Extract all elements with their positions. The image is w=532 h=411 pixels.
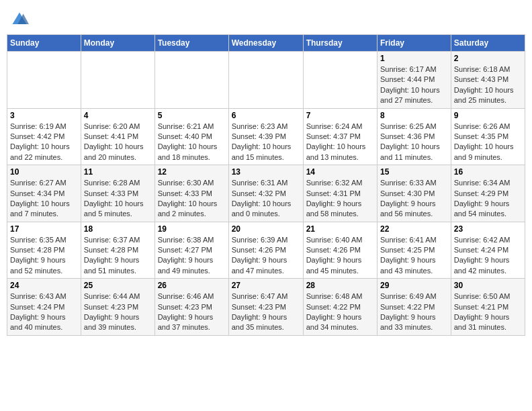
day-number: 5 [158, 111, 226, 120]
calendar-cell: 28Sunrise: 6:48 AMSunset: 4:22 PMDayligh… [303, 279, 377, 336]
day-number: 30 [454, 281, 522, 290]
calendar-cell: 17Sunrise: 6:35 AMSunset: 4:28 PMDayligh… [7, 222, 81, 279]
day-info: Sunrise: 6:23 AMSunset: 4:39 PMDaylight:… [232, 122, 300, 163]
calendar-cell: 2Sunrise: 6:18 AMSunset: 4:43 PMDaylight… [451, 52, 525, 109]
day-info: Sunrise: 6:44 AMSunset: 4:23 PMDaylight:… [84, 291, 152, 333]
calendar-cell: 15Sunrise: 6:33 AMSunset: 4:30 PMDayligh… [378, 165, 451, 222]
calendar-cell [303, 52, 377, 109]
calendar-cell: 10Sunrise: 6:27 AMSunset: 4:34 PMDayligh… [7, 165, 81, 222]
day-info: Sunrise: 6:31 AMSunset: 4:32 PMDaylight:… [232, 178, 300, 220]
day-number: 27 [232, 281, 300, 290]
day-info: Sunrise: 6:38 AMSunset: 4:27 PMDaylight:… [158, 235, 226, 277]
calendar-cell: 1Sunrise: 6:17 AMSunset: 4:44 PMDaylight… [378, 52, 451, 109]
calendar-table: SundayMondayTuesdayWednesdayThursdayFrid… [7, 34, 525, 336]
week-row-0: 1Sunrise: 6:17 AMSunset: 4:44 PMDaylight… [7, 52, 525, 109]
day-number: 10 [10, 167, 78, 177]
logo [10, 10, 30, 29]
day-info: Sunrise: 6:35 AMSunset: 4:28 PMDaylight:… [10, 235, 78, 277]
day-info: Sunrise: 6:32 AMSunset: 4:31 PMDaylight:… [306, 178, 374, 220]
header-monday: Monday [81, 35, 154, 52]
day-number: 8 [380, 111, 448, 120]
day-number: 16 [454, 167, 522, 177]
day-info: Sunrise: 6:46 AMSunset: 4:23 PMDaylight:… [158, 291, 226, 333]
header-tuesday: Tuesday [154, 35, 228, 52]
calendar-cell [228, 52, 303, 109]
day-number: 7 [306, 111, 374, 120]
day-number: 1 [380, 54, 448, 63]
day-number: 23 [454, 224, 522, 234]
calendar-cell: 20Sunrise: 6:39 AMSunset: 4:26 PMDayligh… [228, 222, 303, 279]
day-number: 14 [306, 167, 374, 177]
logo-icon [10, 10, 29, 29]
day-number: 11 [84, 167, 152, 177]
week-row-2: 10Sunrise: 6:27 AMSunset: 4:34 PMDayligh… [7, 165, 525, 222]
day-info: Sunrise: 6:48 AMSunset: 4:22 PMDaylight:… [306, 291, 374, 333]
calendar-cell: 12Sunrise: 6:30 AMSunset: 4:33 PMDayligh… [154, 165, 228, 222]
day-info: Sunrise: 6:24 AMSunset: 4:37 PMDaylight:… [306, 122, 374, 163]
day-number: 2 [454, 54, 522, 63]
day-number: 26 [158, 281, 226, 290]
day-number: 28 [306, 281, 374, 290]
calendar-cell: 9Sunrise: 6:26 AMSunset: 4:35 PMDaylight… [451, 108, 525, 165]
calendar-cell: 24Sunrise: 6:43 AMSunset: 4:24 PMDayligh… [7, 279, 81, 336]
day-number: 19 [158, 224, 226, 234]
day-number: 24 [10, 281, 78, 290]
calendar-cell: 30Sunrise: 6:50 AMSunset: 4:21 PMDayligh… [451, 279, 525, 336]
day-info: Sunrise: 6:19 AMSunset: 4:42 PMDaylight:… [10, 122, 78, 163]
header-sunday: Sunday [7, 35, 81, 52]
day-info: Sunrise: 6:33 AMSunset: 4:30 PMDaylight:… [380, 178, 448, 220]
calendar-cell: 11Sunrise: 6:28 AMSunset: 4:33 PMDayligh… [81, 165, 154, 222]
day-info: Sunrise: 6:28 AMSunset: 4:33 PMDaylight:… [84, 178, 152, 220]
day-info: Sunrise: 6:37 AMSunset: 4:28 PMDaylight:… [84, 235, 152, 277]
calendar-cell: 8Sunrise: 6:25 AMSunset: 4:36 PMDaylight… [378, 108, 451, 165]
calendar-header-row: SundayMondayTuesdayWednesdayThursdayFrid… [7, 35, 525, 52]
day-number: 12 [158, 167, 226, 177]
day-number: 29 [380, 281, 448, 290]
day-info: Sunrise: 6:50 AMSunset: 4:21 PMDaylight:… [454, 291, 522, 333]
day-info: Sunrise: 6:42 AMSunset: 4:24 PMDaylight:… [454, 235, 522, 277]
day-info: Sunrise: 6:49 AMSunset: 4:22 PMDaylight:… [380, 291, 448, 333]
calendar-cell: 7Sunrise: 6:24 AMSunset: 4:37 PMDaylight… [303, 108, 377, 165]
day-number: 9 [454, 111, 522, 120]
day-info: Sunrise: 6:26 AMSunset: 4:35 PMDaylight:… [454, 122, 522, 163]
day-number: 3 [10, 111, 78, 120]
calendar-cell: 22Sunrise: 6:41 AMSunset: 4:25 PMDayligh… [378, 222, 451, 279]
calendar-cell [81, 52, 154, 109]
day-info: Sunrise: 6:40 AMSunset: 4:26 PMDaylight:… [306, 235, 374, 277]
calendar-cell: 16Sunrise: 6:34 AMSunset: 4:29 PMDayligh… [451, 165, 525, 222]
calendar-cell [7, 52, 81, 109]
day-info: Sunrise: 6:47 AMSunset: 4:23 PMDaylight:… [232, 291, 300, 333]
week-row-3: 17Sunrise: 6:35 AMSunset: 4:28 PMDayligh… [7, 222, 525, 279]
calendar-cell: 27Sunrise: 6:47 AMSunset: 4:23 PMDayligh… [228, 279, 303, 336]
calendar-cell: 4Sunrise: 6:20 AMSunset: 4:41 PMDaylight… [81, 108, 154, 165]
page-header [7, 7, 525, 29]
header-wednesday: Wednesday [228, 35, 303, 52]
calendar-cell: 3Sunrise: 6:19 AMSunset: 4:42 PMDaylight… [7, 108, 81, 165]
day-number: 6 [232, 111, 300, 120]
day-info: Sunrise: 6:43 AMSunset: 4:24 PMDaylight:… [10, 291, 78, 333]
day-number: 21 [306, 224, 374, 234]
day-number: 22 [380, 224, 448, 234]
header-thursday: Thursday [303, 35, 377, 52]
day-number: 20 [232, 224, 300, 234]
calendar-cell: 25Sunrise: 6:44 AMSunset: 4:23 PMDayligh… [81, 279, 154, 336]
day-number: 4 [84, 111, 152, 120]
calendar-cell: 13Sunrise: 6:31 AMSunset: 4:32 PMDayligh… [228, 165, 303, 222]
day-info: Sunrise: 6:41 AMSunset: 4:25 PMDaylight:… [380, 235, 448, 277]
calendar-cell: 19Sunrise: 6:38 AMSunset: 4:27 PMDayligh… [154, 222, 228, 279]
header-friday: Friday [378, 35, 451, 52]
day-number: 17 [10, 224, 78, 234]
calendar-cell [154, 52, 228, 109]
calendar-cell: 23Sunrise: 6:42 AMSunset: 4:24 PMDayligh… [451, 222, 525, 279]
calendar-cell: 29Sunrise: 6:49 AMSunset: 4:22 PMDayligh… [378, 279, 451, 336]
week-row-4: 24Sunrise: 6:43 AMSunset: 4:24 PMDayligh… [7, 279, 525, 336]
day-number: 15 [380, 167, 448, 177]
week-row-1: 3Sunrise: 6:19 AMSunset: 4:42 PMDaylight… [7, 108, 525, 165]
calendar-cell: 14Sunrise: 6:32 AMSunset: 4:31 PMDayligh… [303, 165, 377, 222]
day-info: Sunrise: 6:27 AMSunset: 4:34 PMDaylight:… [10, 178, 78, 220]
calendar-cell: 26Sunrise: 6:46 AMSunset: 4:23 PMDayligh… [154, 279, 228, 336]
header-saturday: Saturday [451, 35, 525, 52]
day-info: Sunrise: 6:17 AMSunset: 4:44 PMDaylight:… [380, 64, 448, 106]
calendar-cell: 6Sunrise: 6:23 AMSunset: 4:39 PMDaylight… [228, 108, 303, 165]
day-info: Sunrise: 6:25 AMSunset: 4:36 PMDaylight:… [380, 122, 448, 163]
